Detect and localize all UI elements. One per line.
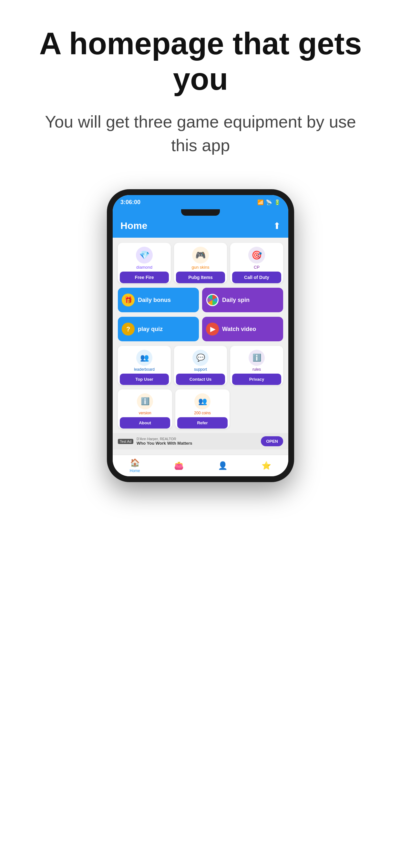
daily-bonus-button[interactable]: 🎁 Daily bonus xyxy=(118,288,199,312)
battery-icon: 🔋 xyxy=(274,199,281,206)
diamond-icon: 💎 xyxy=(136,247,153,264)
daily-spin-label: Daily spin xyxy=(222,297,250,304)
about-button[interactable]: About xyxy=(120,417,170,429)
support-card[interactable]: 💬 support Contact Us xyxy=(174,346,227,385)
play-icon: ▶ xyxy=(206,322,219,336)
coins-label: 200 coins xyxy=(194,411,211,415)
app-header: Home ⬆ xyxy=(113,216,288,238)
bottom-cards-row-2: ℹ️ version About 👥 200 coins Refer xyxy=(118,390,283,429)
version-card[interactable]: ℹ️ version About xyxy=(118,390,172,429)
leaderboard-label: leaderboard xyxy=(134,367,155,372)
support-icon: 💬 xyxy=(192,350,209,366)
game-card-freefire[interactable]: 💎 diamond Free Fire xyxy=(118,243,171,283)
daily-spin-button[interactable]: Daily spin xyxy=(202,288,283,312)
rules-icon: ℹ️ xyxy=(249,350,265,366)
leaderboard-card[interactable]: 👥 leaderboard Top User xyxy=(118,346,171,385)
cp-label: CP xyxy=(254,265,259,270)
action-row-2: ? play quiz ▶ Watch video xyxy=(118,317,283,341)
empty-slot xyxy=(233,390,283,429)
status-icons: 📶 📡 🔋 xyxy=(257,199,281,206)
quiz-icon: ? xyxy=(122,322,135,336)
nav-profile[interactable]: 👤 xyxy=(218,461,227,470)
profile-icon: 👤 xyxy=(218,461,227,470)
support-label: support xyxy=(194,367,207,372)
privacy-button[interactable]: Privacy xyxy=(232,374,281,385)
ad-open-button[interactable]: OPEN xyxy=(261,436,283,446)
diamond-label: diamond xyxy=(136,265,152,270)
pubg-button[interactable]: Pubg Items xyxy=(176,272,225,283)
version-icon: ℹ️ xyxy=(137,393,153,409)
status-bar: 3:06:00 📶 📡 🔋 xyxy=(113,195,288,209)
nav-star[interactable]: ⭐ xyxy=(261,461,271,470)
ad-realtor: D'Ann Harper, REALTOR xyxy=(136,437,258,441)
status-time: 3:06:00 xyxy=(120,199,141,206)
refer-button[interactable]: Refer xyxy=(177,417,227,429)
leaderboard-icon: 👥 xyxy=(136,350,152,366)
play-quiz-button[interactable]: ? play quiz xyxy=(118,317,199,341)
game-card-pubg[interactable]: 🎮 gun skins Pubg Items xyxy=(174,243,227,283)
hero-subtitle: You will get three game equipment by use… xyxy=(32,110,369,157)
cp-icon: 🎯 xyxy=(248,247,265,264)
phone-screen: 3:06:00 📶 📡 🔋 Home ⬆ xyxy=(113,195,288,476)
home-nav-label: Home xyxy=(130,469,140,473)
ad-tagline: Who You Work With Matters xyxy=(136,441,258,445)
contact-us-button[interactable]: Contact Us xyxy=(176,374,225,385)
freefire-button[interactable]: Free Fire xyxy=(120,272,169,283)
refer-card[interactable]: 👥 200 coins Refer xyxy=(175,390,229,429)
nav-wallet[interactable]: 👛 xyxy=(174,461,184,470)
watch-video-label: Watch video xyxy=(222,326,256,333)
bottom-cards-row-1: 👥 leaderboard Top User 💬 support Contact… xyxy=(118,346,283,385)
refer-icon: 👥 xyxy=(194,393,211,409)
ad-text: D'Ann Harper, REALTOR Who You Work With … xyxy=(136,437,258,445)
wallet-icon: 👛 xyxy=(174,461,184,470)
bottom-nav: 🏠 Home 👛 👤 ⭐ xyxy=(113,455,288,476)
app-content: 💎 diamond Free Fire 🎮 gun skins Pubg Ite… xyxy=(113,238,288,455)
share-icon[interactable]: ⬆ xyxy=(273,221,281,231)
top-user-button[interactable]: Top User xyxy=(120,374,169,385)
action-row-1: 🎁 Daily bonus Daily spin xyxy=(118,288,283,312)
watch-video-button[interactable]: ▶ Watch video xyxy=(202,317,283,341)
game-cards-row: 💎 diamond Free Fire 🎮 gun skins Pubg Ite… xyxy=(118,243,283,283)
gun-icon: 🎮 xyxy=(192,247,209,264)
rules-card[interactable]: ℹ️ rules Privacy xyxy=(230,346,283,385)
signal-icon: 📡 xyxy=(266,199,272,206)
app-header-title: Home xyxy=(120,220,147,231)
notch xyxy=(181,209,220,216)
hero-title: A homepage that gets you xyxy=(32,26,369,97)
phone-mockup: 3:06:00 📶 📡 🔋 Home ⬆ xyxy=(107,189,294,482)
play-quiz-label: play quiz xyxy=(138,326,163,333)
spin-wheel xyxy=(206,294,219,306)
ad-label: Test Ad xyxy=(118,439,133,444)
gift-icon: 🎁 xyxy=(122,293,135,306)
phone-outer: 3:06:00 📶 📡 🔋 Home ⬆ xyxy=(107,189,294,482)
star-icon: ⭐ xyxy=(261,461,271,470)
gun-label: gun skins xyxy=(192,265,210,270)
ad-banner: Test Ad D'Ann Harper, REALTOR Who You Wo… xyxy=(113,433,288,450)
spin-icon xyxy=(206,293,219,306)
wifi-icon: 📶 xyxy=(257,199,264,206)
rules-label: rules xyxy=(252,367,261,372)
game-card-cod[interactable]: 🎯 CP Call of Duty xyxy=(230,243,283,283)
home-icon: 🏠 xyxy=(130,458,140,467)
notch-area xyxy=(113,209,288,216)
cod-button[interactable]: Call of Duty xyxy=(232,272,281,283)
hero-section: A homepage that gets you You will get th… xyxy=(0,0,401,170)
nav-home[interactable]: 🏠 Home xyxy=(130,458,140,473)
daily-bonus-label: Daily bonus xyxy=(138,297,171,304)
version-label: version xyxy=(139,411,151,415)
